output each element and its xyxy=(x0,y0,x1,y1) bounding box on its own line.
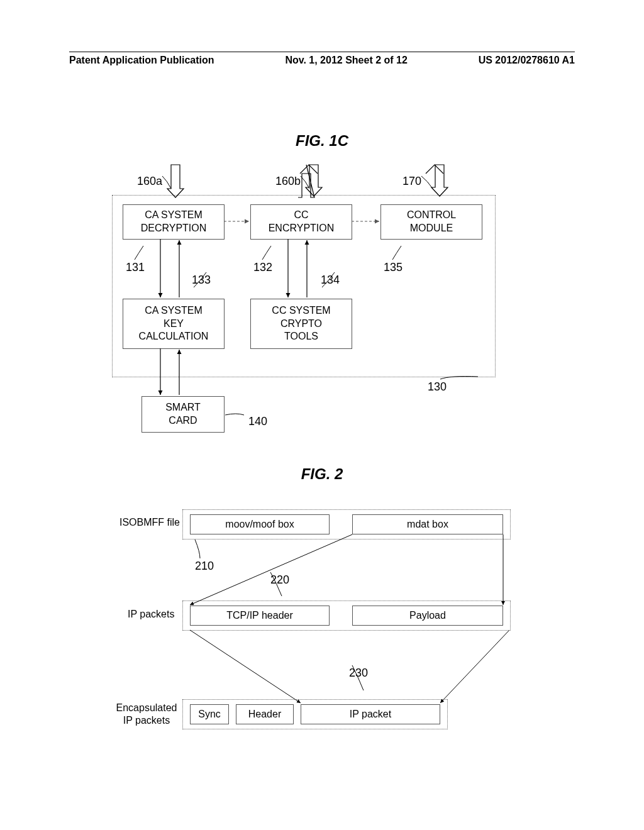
svg-line-8 xyxy=(190,534,352,605)
box-ca-decrypt-l2: DECRYPTION xyxy=(141,222,207,235)
box-control-module: CONTROL MODULE xyxy=(380,204,482,240)
box-control-l1: CONTROL xyxy=(407,209,456,222)
box-cc-enc-l2: ENCRYPTION xyxy=(269,222,335,235)
header-left: Patent Application Publication xyxy=(69,55,214,66)
label-encap-l2: IP packets xyxy=(123,715,170,726)
fig2-title: FIG. 2 xyxy=(259,465,385,483)
svg-line-10 xyxy=(190,630,301,703)
ref-132: 132 xyxy=(253,261,272,274)
ref-210: 210 xyxy=(195,560,214,573)
box-ca-key-l2: KEY xyxy=(164,318,184,331)
label-ip: IP packets xyxy=(128,609,174,620)
box-ca-decrypt-l1: CA SYSTEM xyxy=(145,209,203,222)
box-ca-key-l3: CALCULATION xyxy=(139,330,209,343)
box-cc-tools-l3: TOOLS xyxy=(284,330,318,343)
ref-160a: 160a xyxy=(137,175,162,188)
ref-140: 140 xyxy=(248,415,267,428)
box-moov: moov/moof box xyxy=(190,514,330,534)
ref-170: 170 xyxy=(402,175,421,188)
ref-134: 134 xyxy=(321,274,340,287)
box-header: Header xyxy=(236,704,294,724)
box-smart-l1: SMART xyxy=(165,401,201,414)
box-smart-l2: CARD xyxy=(169,414,197,428)
svg-line-11 xyxy=(440,630,509,703)
ref-220: 220 xyxy=(270,573,289,587)
fig1c-title: FIG. 1C xyxy=(259,132,385,150)
ref-230: 230 xyxy=(349,667,368,680)
ref-130: 130 xyxy=(428,380,447,394)
box-cc-crypto-tools: CC SYSTEM CRYPTO TOOLS xyxy=(250,299,352,349)
header-center: Nov. 1, 2012 Sheet 2 of 12 xyxy=(285,55,407,66)
box-mdat: mdat box xyxy=(352,514,503,534)
box-tcpip: TCP/IP header xyxy=(190,606,330,626)
label-encap: Encapsulated IP packets xyxy=(115,702,178,727)
box-ca-system-decryption: CA SYSTEM DECRYPTION xyxy=(123,204,225,240)
box-ca-key-calc: CA SYSTEM KEY CALCULATION xyxy=(123,299,225,349)
page-header: Patent Application Publication Nov. 1, 2… xyxy=(69,52,575,66)
header-right: US 2012/0278610 A1 xyxy=(479,55,575,66)
box-cc-encryption: CC ENCRYPTION xyxy=(250,204,352,240)
box-ippacket: IP packet xyxy=(301,704,440,724)
box-ca-key-l1: CA SYSTEM xyxy=(145,304,203,318)
ref-131: 131 xyxy=(126,261,145,274)
label-encap-l1: Encapsulated xyxy=(116,702,177,713)
box-cc-tools-l1: CC SYSTEM xyxy=(272,304,330,318)
label-isobmff: ISOBMFF file xyxy=(119,517,180,528)
box-sync: Sync xyxy=(190,704,229,724)
box-control-l2: MODULE xyxy=(410,222,453,235)
box-cc-tools-l2: CRYPTO xyxy=(280,318,322,331)
ref-133: 133 xyxy=(192,274,211,287)
box-payload: Payload xyxy=(352,606,503,626)
ref-160b: 160b xyxy=(275,175,301,188)
box-smart-card: SMART CARD xyxy=(142,396,225,433)
box-cc-enc-l1: CC xyxy=(294,209,308,222)
ref-135: 135 xyxy=(384,261,402,274)
